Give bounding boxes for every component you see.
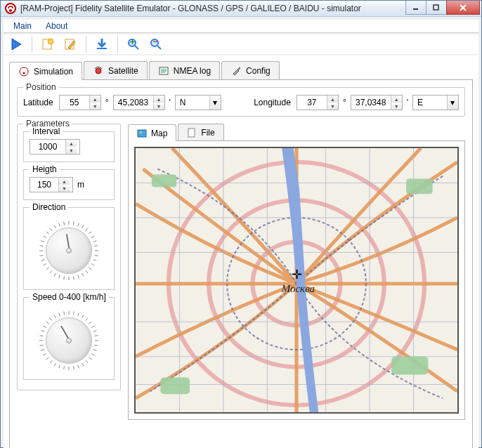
min-symbol: ' (169, 98, 171, 107)
interval-spinner[interactable]: ▲▼ (30, 139, 80, 154)
spin-up[interactable]: ▲ (90, 95, 100, 103)
spin-down[interactable]: ▼ (327, 103, 338, 110)
zoom-out-button[interactable]: − (146, 34, 166, 54)
height-unit: m (77, 180, 84, 190)
svg-rect-3 (434, 5, 438, 10)
crosshair-icon: ✛ (292, 267, 302, 282)
svg-line-9 (135, 46, 138, 49)
speed-dial[interactable] (37, 309, 100, 372)
svg-line-79 (50, 360, 52, 363)
interval-label: Interval (30, 126, 63, 136)
subtab-file[interactable]: File (178, 124, 223, 140)
svg-text:−: − (152, 37, 157, 46)
tab-satellite[interactable]: Satellite (84, 61, 148, 79)
titlebar[interactable]: [RAM-Project] Fidelity Satellite Emulato… (1, 1, 481, 17)
spin-down[interactable]: ▼ (154, 103, 164, 110)
edit-button[interactable] (60, 34, 80, 54)
spin-up[interactable]: ▲ (327, 95, 338, 103)
tab-nmea[interactable]: NMEA log (149, 61, 220, 79)
svg-line-53 (50, 228, 52, 231)
map-canvas[interactable]: ✛ Москва (134, 147, 459, 414)
latitude-min-input[interactable] (114, 95, 153, 110)
minimize-button[interactable] (405, 1, 426, 15)
svg-line-45 (44, 264, 46, 266)
height-spinner[interactable]: ▲▼ (30, 177, 73, 192)
direction-dial[interactable] (37, 219, 100, 282)
svg-line-90 (54, 315, 56, 318)
svg-line-47 (40, 255, 44, 256)
sub-tabs: Map File (128, 124, 465, 140)
chevron-down-icon[interactable]: ▾ (209, 95, 221, 110)
menu-about[interactable]: About (39, 20, 74, 32)
svg-line-41 (59, 275, 60, 279)
svg-line-91 (59, 313, 60, 317)
longitude-min-spinner[interactable]: ▲▼ (351, 95, 403, 110)
spin-down[interactable]: ▼ (66, 147, 77, 154)
content-area: Simulation Satellite NMEA log Config Pos… (4, 55, 478, 448)
spin-up[interactable]: ▲ (391, 95, 402, 103)
longitude-deg-input[interactable] (297, 95, 327, 110)
tab-satellite-label: Satellite (108, 66, 138, 76)
close-button[interactable] (446, 1, 480, 15)
longitude-ew-combo[interactable]: E▾ (412, 95, 459, 110)
play-button[interactable] (6, 34, 26, 54)
longitude-min-input[interactable] (351, 95, 391, 110)
svg-line-50 (41, 241, 45, 242)
svg-line-80 (46, 357, 49, 360)
menu-main[interactable]: Main (6, 20, 39, 32)
svg-line-88 (46, 322, 49, 324)
svg-line-27 (91, 236, 94, 238)
svg-line-65 (94, 336, 98, 336)
svg-line-43 (50, 270, 52, 273)
svg-line-32 (93, 260, 97, 261)
svg-line-67 (94, 345, 98, 345)
spin-up[interactable]: ▲ (66, 140, 77, 147)
spin-down[interactable]: ▼ (59, 185, 70, 192)
svg-marker-4 (12, 39, 21, 50)
longitude-deg-spinner[interactable]: ▲▼ (297, 95, 339, 110)
svg-line-25 (86, 228, 88, 231)
latitude-label: Latitude (23, 98, 53, 107)
latitude-deg-input[interactable] (60, 95, 89, 110)
zoom-in-button[interactable]: + (124, 34, 143, 54)
main-tabs: Simulation Satellite NMEA log Config (9, 61, 473, 79)
svg-line-72 (82, 363, 84, 366)
svg-line-22 (73, 222, 74, 225)
height-input[interactable] (30, 178, 58, 192)
toolbar: + − (4, 34, 478, 54)
new-button[interactable] (38, 34, 58, 54)
tab-simulation[interactable]: Simulation (9, 62, 82, 80)
deg-symbol: ° (105, 98, 109, 107)
longitude-ew-value: E (413, 98, 447, 107)
spin-down[interactable]: ▼ (391, 103, 402, 110)
latitude-ns-combo[interactable]: N▾ (175, 95, 221, 110)
spin-up[interactable]: ▲ (154, 95, 164, 103)
tab-config[interactable]: Config (221, 61, 280, 79)
svg-line-74 (73, 366, 74, 369)
svg-point-6 (48, 39, 53, 44)
map-icon (137, 129, 147, 138)
map-city-label: Москва (282, 283, 315, 295)
interval-input[interactable] (30, 140, 65, 154)
window-title: [RAM-Project] Fidelity Satellite Emulato… (20, 4, 406, 13)
subtab-map[interactable]: Map (128, 124, 176, 141)
menubar: Main About (4, 20, 478, 33)
min-symbol: ' (407, 98, 408, 107)
latitude-deg-spinner[interactable]: ▲▼ (59, 95, 101, 110)
direction-group: Direction (23, 207, 115, 290)
svg-line-26 (89, 232, 91, 234)
svg-line-58 (73, 312, 74, 315)
chevron-down-icon[interactable]: ▾ (447, 95, 458, 110)
svg-line-60 (82, 315, 84, 318)
maximize-button[interactable] (426, 1, 447, 15)
svg-line-83 (40, 345, 44, 345)
latitude-min-spinner[interactable]: ▲▼ (113, 95, 165, 110)
spin-up[interactable]: ▲ (59, 178, 70, 185)
download-button[interactable] (92, 34, 112, 54)
spin-down[interactable]: ▼ (90, 103, 100, 110)
svg-rect-95 (188, 129, 195, 137)
svg-line-40 (64, 276, 65, 279)
svg-line-92 (64, 312, 65, 315)
svg-rect-94 (139, 131, 142, 133)
map-area: Map File (128, 124, 465, 420)
